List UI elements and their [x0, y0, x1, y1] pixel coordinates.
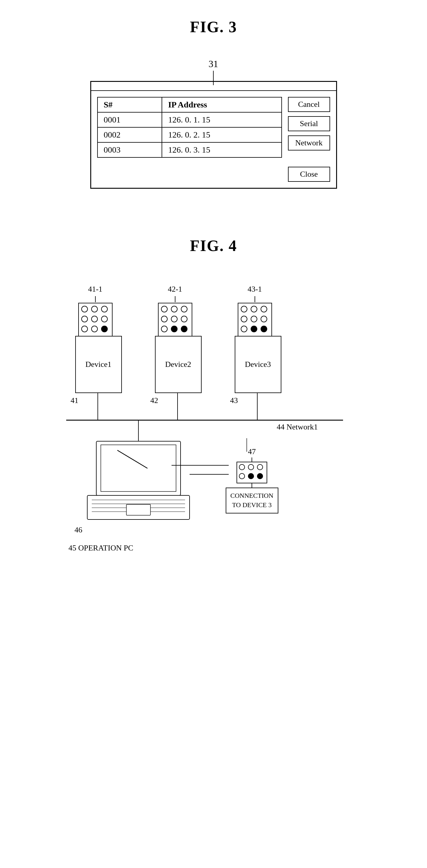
svg-rect-16	[126, 504, 150, 515]
device3-box: Device3	[235, 336, 281, 393]
row1-snum: 0001	[97, 112, 162, 127]
connection-box: CONNECTION TO DEVICE 3	[226, 488, 278, 514]
device1-num-label: 41	[71, 396, 79, 405]
led-panel-3	[238, 303, 272, 337]
device3-num-label: 43	[230, 396, 238, 405]
network-button[interactable]: Network	[288, 135, 330, 151]
laptop-ref-label: 46	[74, 526, 83, 534]
row3-snum: 0003	[97, 142, 162, 157]
dialog-table-area: S# IP Address 0001 126. 0. 1. 15 0002	[97, 97, 282, 158]
table-header-ip: IP Address	[162, 97, 282, 112]
device2-box: Device2	[155, 336, 202, 393]
row1-ip: 126. 0. 1. 15	[162, 112, 282, 127]
operation-pc-label: 45 OPERATION PC	[69, 544, 133, 553]
row2-snum: 0002	[97, 127, 162, 142]
fig4-diagram: 41-1 42-1	[48, 279, 379, 610]
close-button-row: Close	[91, 164, 336, 188]
device2-label: Device2	[165, 360, 191, 369]
led-panel-47	[237, 462, 267, 483]
fig4-title: FIG. 4	[190, 237, 237, 255]
panel3-ref-label: 43-1	[248, 285, 262, 294]
row3-ip: 126. 0. 3. 15	[162, 142, 282, 157]
table-row: 0003 126. 0. 3. 15	[97, 142, 282, 157]
device1-label: Device1	[86, 360, 112, 369]
dialog-wrapper: 31 S# IP Address	[90, 81, 337, 189]
led-panel-2	[158, 303, 192, 337]
fig3-title: FIG. 3	[190, 18, 237, 36]
device3-label: Device3	[245, 360, 271, 369]
panel2-ref-label: 42-1	[168, 285, 182, 294]
led-panel-1	[78, 303, 113, 337]
cancel-button[interactable]: Cancel	[288, 97, 330, 112]
network1-label: 44 Network1	[277, 423, 318, 432]
serial-button[interactable]: Serial	[288, 116, 330, 131]
panel1-ref-label: 41-1	[88, 285, 102, 294]
device2-num-label: 42	[150, 396, 158, 405]
svg-rect-9	[101, 445, 176, 492]
close-button[interactable]: Close	[288, 167, 330, 182]
table-row: 0001 126. 0. 1. 15	[97, 112, 282, 127]
dialog-buttons: Cancel Serial Network	[288, 97, 330, 158]
device-table: S# IP Address 0001 126. 0. 1. 15 0002	[97, 97, 282, 158]
table-row: 0002 126. 0. 2. 15	[97, 127, 282, 142]
fig3-section: FIG. 3 31 S# IP Address	[0, 0, 427, 189]
row2-ip: 126. 0. 2. 15	[162, 127, 282, 142]
dialog-content: S# IP Address 0001 126. 0. 1. 15 0002	[91, 91, 336, 164]
fig4-section: FIG. 4	[0, 225, 427, 610]
table-header-snum: S#	[97, 97, 162, 112]
device1-box: Device1	[75, 336, 122, 393]
dialog-ref-label: 31	[209, 58, 218, 69]
dialog-box: S# IP Address 0001 126. 0. 1. 15 0002	[90, 81, 337, 189]
led-panel-47-ref: 47	[248, 447, 256, 456]
